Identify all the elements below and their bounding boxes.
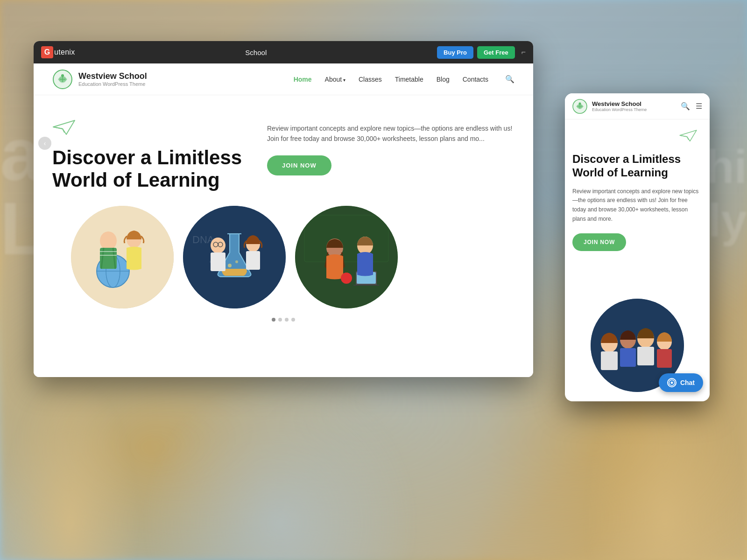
svg-point-3	[71, 206, 174, 308]
browser-topbar: G utenix School Buy Pro Get Free ⌐	[34, 41, 533, 63]
nav-about[interactable]: About	[325, 75, 345, 84]
carousel-dots	[34, 318, 533, 326]
site-tagline: Education WordPress Theme	[78, 81, 147, 87]
svg-point-47	[670, 382, 673, 384]
svg-rect-27	[304, 215, 388, 262]
circle-study-image	[295, 206, 398, 308]
site-logo-icon	[52, 69, 73, 90]
hero-left-content: Discover a Limitless World of Learning	[52, 119, 248, 192]
dot-3[interactable]	[285, 318, 289, 322]
join-now-button[interactable]: JOIN NOW	[267, 155, 331, 175]
svg-point-18	[235, 260, 238, 263]
mobile-site-name: Westview School	[592, 100, 647, 107]
dot-4[interactable]	[291, 318, 295, 322]
site-navigation: Westview School Education WordPress Them…	[34, 63, 533, 95]
mobile-navigation: Westview School Education WordPress Them…	[565, 93, 710, 119]
mobile-hero-title: Discover a Limitless World of Learning	[572, 153, 702, 180]
svg-point-17	[228, 264, 232, 267]
mobile-hero-description: Review important concepts and explore ne…	[572, 187, 702, 224]
mobile-content: Discover a Limitless World of Learning R…	[565, 119, 710, 401]
dot-1[interactable]	[272, 318, 275, 322]
svg-rect-20	[211, 252, 226, 271]
mobile-search-icon[interactable]: 🔍	[681, 102, 690, 111]
browser-title: School	[81, 49, 432, 56]
desktop-browser-window: G utenix School Buy Pro Get Free ⌐	[34, 41, 533, 377]
chat-bubble-icon	[667, 378, 677, 387]
mobile-browser-window: Westview School Education WordPress Them…	[565, 93, 710, 401]
site-logo-text: Westview School Education WordPress Them…	[78, 71, 147, 87]
paper-plane-icon	[52, 119, 248, 137]
svg-rect-41	[620, 348, 636, 367]
site-logo: Westview School Education WordPress Them…	[52, 69, 147, 90]
browser-logo: G utenix	[41, 46, 75, 58]
nav-timetable[interactable]: Timetable	[395, 75, 423, 84]
hero-title: Discover a Limitless World of Learning	[52, 147, 248, 192]
svg-rect-25	[246, 251, 260, 270]
dot-2[interactable]	[278, 318, 282, 322]
svg-rect-39	[601, 351, 618, 370]
svg-rect-43	[637, 347, 654, 365]
mobile-menu-icon[interactable]: ☰	[696, 102, 702, 111]
nav-home[interactable]: Home	[294, 75, 312, 84]
nav-search-icon[interactable]: 🔍	[501, 75, 514, 84]
hero-right-content: Review important concepts and explore ne…	[267, 119, 514, 175]
circle-science-content: DNA	[183, 206, 286, 308]
website-content: Westview School Education WordPress Them…	[34, 63, 533, 377]
site-menu: Home About Classes Timetable Blog Contac…	[294, 75, 514, 84]
hero-circles-row: DNA	[34, 192, 533, 318]
gutenix-g-icon: G	[41, 46, 53, 58]
site-name: Westview School	[78, 71, 147, 81]
get-free-button[interactable]: Get Free	[477, 46, 515, 59]
hero-prev-arrow[interactable]: ‹	[38, 137, 51, 150]
gutenix-name: utenix	[54, 48, 75, 56]
mobile-join-now-button[interactable]: JOIN NOW	[572, 233, 626, 251]
chat-label: Chat	[680, 379, 695, 386]
hero-description: Review important concepts and explore ne…	[267, 123, 514, 144]
buy-pro-button[interactable]: Buy Pro	[437, 46, 473, 59]
nav-contacts[interactable]: Contacts	[463, 75, 488, 84]
mobile-paper-plane-icon	[572, 129, 698, 145]
mobile-logo-text: Westview School Education WordPress Them…	[592, 100, 647, 112]
circle-globe-image	[71, 206, 174, 308]
browser-action-buttons: Buy Pro Get Free ⌐	[437, 46, 526, 59]
circle-study-content	[295, 206, 398, 308]
nav-classes[interactable]: Classes	[359, 75, 382, 84]
browser-close-icon[interactable]: ⌐	[521, 48, 526, 56]
circle-globe-content	[71, 206, 174, 308]
chat-button[interactable]: Chat	[659, 373, 703, 392]
circle-science-image: DNA	[183, 206, 286, 308]
mobile-nav-actions: 🔍 ☰	[681, 102, 702, 111]
svg-point-29	[341, 273, 352, 284]
hero-section: ‹ Discover a Limitless World of Learning	[34, 95, 533, 192]
mobile-site-tagline: Education WordPress Theme	[592, 107, 647, 112]
mobile-logo-icon	[572, 99, 587, 114]
svg-point-7	[100, 231, 117, 250]
nav-blog[interactable]: Blog	[437, 75, 450, 84]
svg-rect-45	[657, 349, 672, 368]
